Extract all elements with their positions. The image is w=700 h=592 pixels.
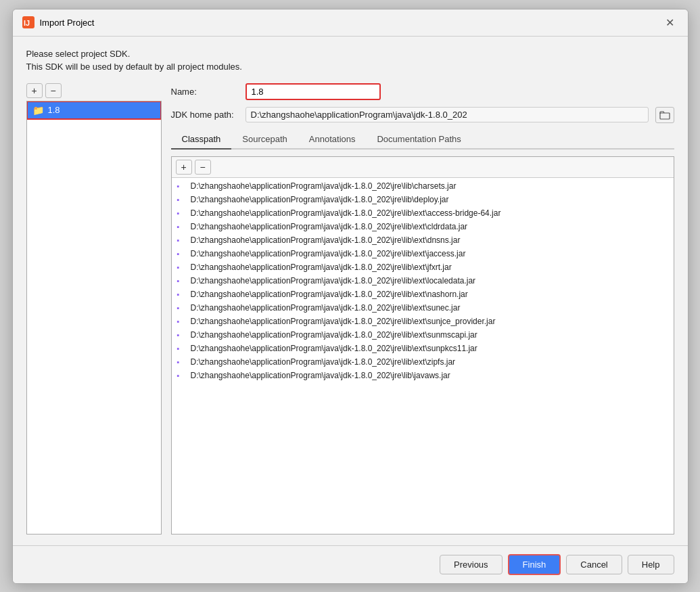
tab-annotations[interactable]: Annotations (298, 130, 367, 150)
name-row: Name: (171, 83, 674, 100)
content-area: + − 📁 1.8 Name: J (26, 83, 674, 534)
description-line1: Please select project SDK. (26, 47, 674, 61)
classpath-item[interactable]: ▪D:\zhangshaohe\applicationProgram\java\… (172, 206, 674, 220)
title-bar: IJ Import Project ✕ (13, 9, 688, 37)
jar-icon: ▪ (177, 196, 187, 204)
classpath-list[interactable]: ▪D:\zhangshaohe\applicationProgram\java\… (172, 178, 674, 534)
description-line2: This SDK will be used by default by all … (26, 60, 674, 74)
classpath-item[interactable]: ▪D:\zhangshaohe\applicationProgram\java\… (172, 342, 674, 355)
right-panel: Name: JDK home path: D:\zhangshaohe\appl… (171, 83, 674, 534)
jar-icon: ▪ (177, 182, 187, 190)
classpath-path: D:\zhangshaohe\applicationProgram\java\j… (191, 195, 449, 204)
name-label: Name: (171, 87, 239, 97)
import-project-dialog: IJ Import Project ✕ Please select projec… (12, 9, 689, 584)
sdk-list[interactable]: 📁 1.8 (26, 101, 162, 534)
intellij-icon: IJ (22, 16, 34, 28)
classpath-path: D:\zhangshaohe\applicationProgram\java\j… (191, 181, 457, 191)
classpath-item[interactable]: ▪D:\zhangshaohe\applicationProgram\java\… (172, 288, 674, 301)
classpath-path: D:\zhangshaohe\applicationProgram\java\j… (191, 330, 477, 340)
name-input[interactable] (246, 83, 381, 100)
jdk-path-value: D:\zhangshaohe\applicationProgram\java\j… (246, 107, 649, 122)
jar-icon: ▪ (177, 277, 187, 285)
classpath-item[interactable]: ▪D:\zhangshaohe\applicationProgram\java\… (172, 233, 674, 247)
classpath-path: D:\zhangshaohe\applicationProgram\java\j… (191, 222, 468, 231)
browse-icon (659, 110, 670, 120)
dialog-title: Import Project (40, 18, 95, 28)
finish-button[interactable]: Finish (508, 554, 561, 575)
tab-documentation-paths[interactable]: Documentation Paths (366, 130, 471, 150)
classpath-path: D:\zhangshaohe\applicationProgram\java\j… (191, 208, 501, 218)
title-bar-left: IJ Import Project (22, 16, 95, 28)
sdk-toolbar: + − (26, 83, 162, 98)
description: Please select project SDK. This SDK will… (26, 47, 674, 74)
classpath-item[interactable]: ▪D:\zhangshaohe\applicationProgram\java\… (172, 328, 674, 342)
jar-icon: ▪ (177, 209, 187, 217)
classpath-path: D:\zhangshaohe\applicationProgram\java\j… (191, 344, 477, 353)
jar-icon: ▪ (177, 317, 187, 325)
classpath-path: D:\zhangshaohe\applicationProgram\java\j… (191, 263, 452, 272)
classpath-item[interactable]: ▪D:\zhangshaohe\applicationProgram\java\… (172, 247, 674, 260)
classpath-item[interactable]: ▪D:\zhangshaohe\applicationProgram\java\… (172, 260, 674, 274)
jar-icon: ▪ (177, 250, 187, 258)
jar-icon: ▪ (177, 358, 187, 366)
jar-icon: ▪ (177, 236, 187, 244)
classpath-path: D:\zhangshaohe\applicationProgram\java\j… (191, 276, 476, 286)
jar-icon: ▪ (177, 371, 187, 380)
classpath-item[interactable]: ▪D:\zhangshaohe\applicationProgram\java\… (172, 193, 674, 206)
previous-button[interactable]: Previous (440, 555, 503, 574)
add-sdk-button[interactable]: + (26, 83, 43, 98)
classpath-path: D:\zhangshaohe\applicationProgram\java\j… (191, 357, 456, 367)
classpath-path: D:\zhangshaohe\applicationProgram\java\j… (191, 303, 461, 313)
tab-classpath[interactable]: Classpath (171, 130, 232, 150)
classpath-section: + − ▪D:\zhangshaohe\applicationProgram\j… (171, 156, 674, 534)
jar-icon: ▪ (177, 290, 187, 298)
classpath-item[interactable]: ▪D:\zhangshaohe\applicationProgram\java\… (172, 369, 674, 382)
tabs-container: Classpath Sourcepath Annotations Documen… (171, 130, 674, 150)
add-classpath-button[interactable]: + (176, 160, 192, 175)
left-panel: + − 📁 1.8 (26, 83, 162, 534)
cancel-button[interactable]: Cancel (566, 555, 622, 574)
dialog-body: Please select project SDK. This SDK will… (13, 37, 688, 545)
classpath-item[interactable]: ▪D:\zhangshaohe\applicationProgram\java\… (172, 301, 674, 315)
jar-icon: ▪ (177, 263, 187, 271)
sdk-folder-icon: 📁 (32, 105, 44, 116)
classpath-item[interactable]: ▪D:\zhangshaohe\applicationProgram\java\… (172, 220, 674, 233)
jar-icon: ▪ (177, 223, 187, 231)
remove-sdk-button[interactable]: − (45, 83, 62, 98)
classpath-item[interactable]: ▪D:\zhangshaohe\applicationProgram\java\… (172, 274, 674, 288)
sdk-item-label: 1.8 (48, 105, 60, 115)
classpath-path: D:\zhangshaohe\applicationProgram\java\j… (191, 317, 496, 326)
classpath-item[interactable]: ▪D:\zhangshaohe\applicationProgram\java\… (172, 315, 674, 328)
classpath-item[interactable]: ▪D:\zhangshaohe\applicationProgram\java\… (172, 355, 674, 369)
jar-icon: ▪ (177, 331, 187, 339)
jdk-path-row: JDK home path: D:\zhangshaohe\applicatio… (171, 107, 674, 123)
browse-button[interactable] (655, 107, 674, 123)
classpath-path: D:\zhangshaohe\applicationProgram\java\j… (191, 249, 466, 258)
jar-icon: ▪ (177, 344, 187, 352)
remove-classpath-button[interactable]: − (195, 160, 211, 175)
classpath-path: D:\zhangshaohe\applicationProgram\java\j… (191, 235, 461, 245)
classpath-toolbar: + − (172, 157, 674, 178)
help-button[interactable]: Help (628, 555, 674, 574)
sdk-item[interactable]: 📁 1.8 (27, 101, 161, 119)
classpath-path: D:\zhangshaohe\applicationProgram\java\j… (191, 290, 468, 299)
classpath-item[interactable]: ▪D:\zhangshaohe\applicationProgram\java\… (172, 179, 674, 193)
svg-text:IJ: IJ (24, 19, 30, 27)
jdk-path-label: JDK home path: (171, 110, 239, 120)
classpath-path: D:\zhangshaohe\applicationProgram\java\j… (191, 371, 450, 380)
dialog-footer: Previous Finish Cancel Help (13, 545, 688, 583)
svg-rect-2 (660, 113, 670, 119)
tab-sourcepath[interactable]: Sourcepath (231, 130, 298, 150)
close-button[interactable]: ✕ (661, 15, 678, 30)
jar-icon: ▪ (177, 304, 187, 312)
